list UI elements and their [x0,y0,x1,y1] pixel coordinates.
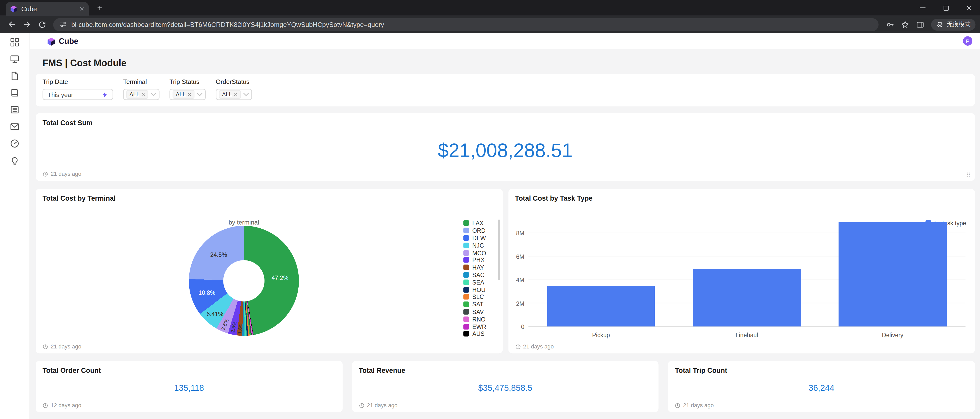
legend-label: SEA [472,279,484,286]
side-panel-button[interactable] [913,18,927,31]
incognito-icon [936,21,943,28]
legend-swatch [464,272,469,278]
legend-item-sat[interactable]: SAT [464,301,486,308]
legend-item-hay[interactable]: HAY [464,264,486,271]
sidebar-item-gauge[interactable] [6,139,23,148]
filter-bar: Trip Date This year Terminal ALL Trip St… [36,74,975,107]
y-axis-labels: 02M4M6M8M [511,233,526,327]
screen-icon [10,54,19,64]
y-tick-label: 2M [516,300,524,307]
total-order-count-card: Total Order Count 135,118 12 days ago [36,361,342,412]
sidebar-item-screen[interactable] [6,54,23,64]
legend-item-sav[interactable]: SAV [464,308,486,315]
address-bar[interactable]: bi-cube.item.com/dashboardItem?detail=BT… [53,18,879,31]
key-icon [886,20,894,29]
last-updated: 21 days ago [359,402,398,408]
sidebar-item-mail[interactable] [6,122,23,131]
legend-item-lax[interactable]: LAX [464,220,486,227]
legend-swatch [464,279,469,285]
remove-tag-icon[interactable] [234,92,238,97]
avatar[interactable]: P [963,36,972,46]
legend-item-sea[interactable]: SEA [464,279,486,286]
close-button[interactable] [958,0,980,16]
legend-item-hou[interactable]: HOU [464,286,486,293]
selected-tag[interactable]: ALL [219,90,241,99]
bar-delivery[interactable] [838,222,947,327]
legend-label: ORD [472,227,485,234]
filter-label: Trip Date [43,78,113,85]
legend-swatch [464,301,469,307]
legend-label: SAC [472,271,485,279]
legend-item-rno[interactable]: RNO [464,315,486,323]
y-tick-label: 4M [516,276,524,283]
x-tick-label: Pickup [528,331,674,338]
legend-swatch [464,242,469,248]
bar-linehaul[interactable] [693,269,801,327]
sidebar-item-apps[interactable] [6,37,23,47]
terminal-donut-chart[interactable] [189,226,299,336]
dashboard-content: FMS | Cost Module Trip Date This year Te… [30,49,980,419]
last-updated: 21 days ago [43,343,81,349]
orderstatus-select[interactable]: ALL [216,89,252,100]
drag-handle-icon[interactable]: ⠿ [966,172,970,178]
date-value: This year [48,91,73,98]
legend-swatch [464,228,469,234]
legend-item-phx[interactable]: PHX [464,256,486,264]
legend-label: LAX [472,220,484,227]
legend-item-slc[interactable]: SLC [464,293,486,301]
selected-tag[interactable]: ALL [126,90,148,99]
password-manager-button[interactable] [883,18,897,31]
legend-item-ewr[interactable]: EWR [464,323,486,330]
clock-icon [43,171,48,177]
trip-status-select[interactable]: ALL [170,89,206,100]
legend-scrollbar[interactable] [498,220,500,280]
browser-tab[interactable]: Cube [6,2,89,16]
legend-label: DFW [472,234,486,241]
maximize-button[interactable] [934,0,958,16]
refresh-button[interactable] [35,18,49,31]
clock-icon [43,344,48,349]
legend-item-njc[interactable]: NJC [464,242,486,249]
card-title: Total Cost by Task Type [508,189,975,202]
sidebar-item-doc[interactable] [6,71,23,81]
selected-tag[interactable]: ALL [173,90,194,99]
clock-icon [359,403,364,408]
legend-label: RNO [472,315,485,322]
book-icon [10,88,19,98]
chevron-down-icon [151,92,156,97]
new-tab-button[interactable] [93,2,106,14]
minimize-button[interactable] [911,0,934,16]
incognito-label: 无痕模式 [947,20,970,29]
incognito-badge: 无痕模式 [931,19,975,30]
y-tick-label: 0 [521,323,524,330]
sidebar-item-bulb[interactable] [6,156,23,165]
tab-close-icon[interactable] [80,6,85,11]
forward-button[interactable] [20,18,34,31]
legend-swatch [464,309,469,315]
tab-title: Cube [21,5,76,13]
sidebar-item-book[interactable] [6,88,23,98]
legend-item-ord[interactable]: ORD [464,227,486,234]
remove-tag-icon[interactable] [188,92,191,97]
legend-item-aus[interactable]: AUS [464,330,486,338]
gauge-icon [10,139,19,148]
legend-item-sac[interactable]: SAC [464,271,486,279]
total-trip-count-value: 36,244 [668,383,975,393]
filter-trip-status: Trip Status ALL [170,78,206,100]
bar-pickup[interactable] [547,286,655,327]
legend-swatch [464,250,469,256]
doc-icon [10,71,19,81]
bookmark-button[interactable] [898,18,912,31]
remove-tag-icon[interactable] [142,92,145,97]
terminal-select[interactable]: ALL [123,89,159,100]
sidebar-item-table[interactable] [6,105,23,115]
legend-label: PHX [472,256,485,263]
legend-label: AUS [472,330,485,338]
legend-item-dfw[interactable]: DFW [464,234,486,242]
apps-icon [10,37,19,47]
legend-item-mco[interactable]: MCO [464,249,486,256]
trip-date-input[interactable]: This year [43,89,113,100]
cube-logo[interactable]: Cube [47,37,78,45]
site-settings-icon[interactable] [59,21,67,28]
back-button[interactable] [5,18,19,31]
